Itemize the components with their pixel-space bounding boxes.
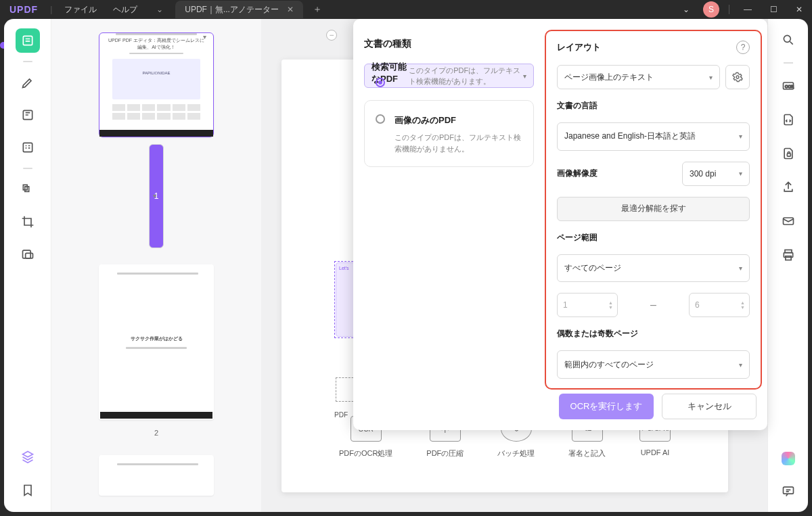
left-toolbar <box>4 19 51 512</box>
email-icon[interactable] <box>777 210 800 233</box>
tabs-dropdown-icon[interactable]: ⌄ <box>156 5 163 14</box>
cancel-button[interactable]: キャンセル <box>662 394 757 419</box>
svg-rect-11 <box>787 154 790 156</box>
menu-file[interactable]: ファイル <box>64 4 97 16</box>
thumbnail-pagenum-1: 1 <box>149 144 164 249</box>
convert-icon[interactable] <box>777 108 800 131</box>
window-maximize-icon[interactable]: ☐ <box>761 5 786 14</box>
thumbnail-page-1[interactable]: UPDF PDF エディタ：高精度でシームレスに編集、AIで強化！ PAPILI… <box>99 32 214 137</box>
range-dash: – <box>623 299 683 311</box>
action-ocr-label: PDFのOCR処理 <box>339 448 392 459</box>
tool-annotate-icon[interactable] <box>16 70 40 95</box>
radio-imageonly[interactable] <box>376 114 385 124</box>
comment-icon[interactable] <box>777 479 800 502</box>
tool-form-icon[interactable] <box>16 135 40 160</box>
svg-text:OCR: OCR <box>785 85 794 89</box>
page-to-input[interactable]: 6▲▼ <box>689 293 750 317</box>
window-minimize-icon[interactable]: — <box>735 5 761 14</box>
ocr-tool-icon[interactable]: OCR <box>777 74 800 97</box>
svg-point-8 <box>784 35 790 42</box>
tool-layers-icon[interactable] <box>16 444 40 469</box>
svg-rect-6 <box>25 253 32 258</box>
menu-help[interactable]: ヘルプ <box>113 4 137 16</box>
stepper-icon-2[interactable]: ▲▼ <box>740 300 745 310</box>
stepper-icon[interactable]: ▲▼ <box>608 300 613 310</box>
tool-crop-icon[interactable] <box>16 210 40 234</box>
doctype-title: 文書の種類 <box>364 38 534 50</box>
opt2-title: 画像のみのPDF <box>394 114 521 126</box>
tool-organize-icon[interactable] <box>16 177 40 202</box>
option-image-only-pdf[interactable]: 画像のみのPDF このタイプのPDFは、フルテキスト検索機能がありません。 <box>364 100 534 167</box>
option-searchable-pdf[interactable]: 検索可能なPDF このタイプのPDFは、フルテキスト検索機能があります。 <box>364 64 534 88</box>
odd-even-select[interactable]: 範囲内のすべてのページ <box>557 350 750 379</box>
thumb2-caption: サクサク作業がはかどる <box>131 335 183 342</box>
tab-title: UPDF｜無...アノテーター <box>185 4 279 16</box>
titlebar: UPDF | ファイル ヘルプ ⌄ UPDF｜無...アノテーター ✕ ＋ ⌄ … <box>0 0 812 19</box>
help-icon[interactable]: ? <box>736 41 750 54</box>
odd-even-label: 偶数または奇数ページ <box>557 328 750 339</box>
opt2-desc: このタイプのPDFは、フルテキスト検索機能がありません。 <box>394 132 521 154</box>
action-batch-label: バッチ処理 <box>497 448 535 459</box>
app-logo: UPDF <box>9 4 38 15</box>
ocr-panel: 文書の種類 検索可能なPDF このタイプのPDFは、フルテキスト検索機能がありま… <box>353 19 767 430</box>
action-compress-label: PDFの圧縮 <box>426 448 464 459</box>
toolbar-separator <box>23 61 32 62</box>
titlebar-separator: | <box>50 5 52 14</box>
action-sign-label: 署名と記入 <box>568 448 606 459</box>
language-select[interactable]: Japanese and English-日本語と英語 <box>557 122 750 151</box>
thumbnail-pagenum-2: 2 <box>149 427 164 439</box>
app-frame: UPDF PDF エディタ：高精度でシームレスに編集、AIで強化！ PAPILI… <box>4 19 808 512</box>
thumbnail-panel: UPDF PDF エディタ：高精度でシームレスに編集、AIで強化！ PAPILI… <box>51 19 261 512</box>
search-icon[interactable] <box>777 28 800 51</box>
doctype-section: 文書の種類 検索可能なPDF このタイプのPDFは、フルテキスト検索機能がありま… <box>353 19 545 430</box>
collapse-panel-icon[interactable]: − <box>326 30 337 41</box>
execute-ocr-button[interactable]: OCRを実行します <box>559 394 654 419</box>
thumb1-heading: UPDF PDF エディタ：高精度でシームレスに編集、AIで強化！ <box>106 37 206 51</box>
titlebar-divider <box>729 5 729 14</box>
svg-point-7 <box>736 76 739 78</box>
resolution-select[interactable]: 300 dpi <box>682 162 750 186</box>
user-avatar[interactable]: S <box>703 1 719 18</box>
print-icon[interactable] <box>777 243 800 266</box>
thumb1-image: PAPILIONIDAE <box>112 59 200 99</box>
svg-rect-16 <box>783 487 793 494</box>
language-label: 文書の言語 <box>557 100 750 112</box>
protect-icon[interactable] <box>777 142 800 165</box>
thumbnail-page-3[interactable] <box>99 455 214 496</box>
tool-bookmark-icon[interactable] <box>16 478 40 502</box>
tab-close-icon[interactable]: ✕ <box>287 5 294 14</box>
find-best-resolution-button[interactable]: 最適分解能を探す <box>557 197 750 221</box>
opt1-desc: このタイプのPDFは、フルテキスト検索機能があります。 <box>409 65 526 87</box>
layout-settings-icon[interactable] <box>725 65 750 89</box>
add-tab-icon[interactable]: ＋ <box>313 3 322 16</box>
tool-text-edit-icon[interactable] <box>16 103 40 127</box>
window-close-icon[interactable]: ✕ <box>786 5 812 14</box>
page-from-input[interactable]: 1▲▼ <box>557 293 618 317</box>
right-separator <box>784 62 793 64</box>
layout-title: レイアウト <box>557 41 601 53</box>
updf-ai-icon[interactable] <box>777 447 800 470</box>
action-ai-label: UPDF AI <box>641 448 670 456</box>
toolbar-separator-2 <box>23 168 32 169</box>
window-dropdown-icon[interactable]: ⌄ <box>673 5 699 14</box>
right-toolbar: OCR <box>767 19 808 512</box>
radio-searchable[interactable] <box>376 78 385 87</box>
share-icon[interactable] <box>777 176 800 199</box>
tab-current[interactable]: UPDF｜無...アノテーター ✕ <box>175 1 303 18</box>
page-range-label: ページ範囲 <box>557 232 750 243</box>
tool-reader-icon[interactable] <box>16 28 40 53</box>
svg-rect-5 <box>22 250 30 258</box>
resolution-label: 画像解像度 <box>557 168 677 179</box>
layout-mode-select[interactable]: ページ画像上のテキスト <box>557 65 720 89</box>
svg-rect-2 <box>23 143 32 151</box>
layout-section: レイアウト ? ページ画像上のテキスト 文書の言語 Japanese and E… <box>545 30 762 390</box>
tool-redact-icon[interactable] <box>16 242 40 266</box>
page-range-select[interactable]: すべてのページ <box>557 254 750 283</box>
canvas-area: − Let's PDF OCRPDFのOCR処理 →|←PDFの圧縮 ↻バッチ処… <box>261 19 767 512</box>
thumbnail-page-2[interactable]: サクサク作業がはかどる <box>99 264 214 420</box>
panel-actions: OCRを実行します キャンセル <box>559 394 757 419</box>
